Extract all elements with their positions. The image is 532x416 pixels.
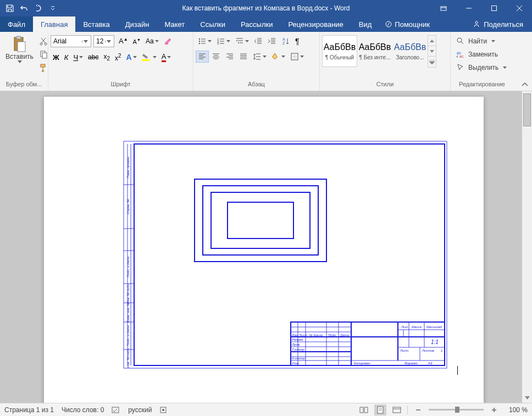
multilevel-list-button[interactable]: [233, 35, 251, 47]
subscript-button[interactable]: x2: [101, 51, 112, 63]
find-button[interactable]: Найти: [453, 35, 498, 47]
svg-rect-5: [16, 36, 21, 39]
styles-scroll-down[interactable]: [428, 46, 436, 57]
text-cursor: [457, 366, 458, 375]
justify-button[interactable]: [237, 51, 250, 63]
close-button[interactable]: [507, 0, 532, 16]
embedded-cad-object[interactable]: Перв. примен. Справ. № Подп. и дата Инв.…: [123, 141, 447, 369]
undo-button[interactable]: [18, 2, 31, 15]
proofing-icon[interactable]: [112, 406, 120, 414]
tab-insert[interactable]: Вставка: [75, 16, 117, 32]
italic-button[interactable]: К: [62, 52, 71, 63]
style-heading1[interactable]: АаБбВвЗаголово...: [392, 35, 428, 67]
superscript-button[interactable]: x2: [113, 51, 124, 64]
save-button[interactable]: [3, 2, 16, 15]
clear-formatting-button[interactable]: [162, 35, 175, 47]
styles-scroll-up[interactable]: [428, 36, 436, 46]
svg-rect-10: [42, 53, 47, 58]
scroll-thumb[interactable]: [523, 93, 531, 126]
svg-point-21: [238, 42, 239, 43]
zoom-level[interactable]: 100 %: [505, 406, 528, 414]
redo-button[interactable]: [32, 2, 45, 15]
bullets-button[interactable]: [196, 35, 214, 47]
ribbon-display-options[interactable]: [431, 0, 456, 16]
svg-rect-46: [195, 179, 326, 262]
macro-icon[interactable]: [159, 406, 167, 414]
tab-view[interactable]: Вид: [351, 16, 380, 32]
svg-text:ac: ac: [459, 54, 464, 58]
language-status[interactable]: русский: [128, 406, 152, 414]
underline-button[interactable]: Ч: [71, 52, 85, 63]
shrink-font-button[interactable]: A▼: [131, 36, 143, 47]
style-normal[interactable]: АаБбВв¶ Обычный: [322, 35, 357, 67]
tab-mailings[interactable]: Рассылки: [233, 16, 280, 32]
print-layout-button[interactable]: [374, 404, 386, 415]
qat-customize[interactable]: [46, 2, 59, 15]
text-effects-button[interactable]: A: [124, 51, 139, 63]
align-left-button[interactable]: [196, 51, 209, 63]
tab-layout[interactable]: Макет: [157, 16, 192, 32]
tab-design[interactable]: Дизайн: [118, 16, 157, 32]
tab-home[interactable]: Главная: [33, 16, 75, 32]
bold-button[interactable]: Ж: [51, 52, 62, 63]
svg-text:Взам. инв. №: Взам. инв. №: [126, 302, 130, 323]
svg-rect-94: [378, 407, 383, 413]
borders-button[interactable]: [288, 51, 306, 63]
svg-text:Листов: Листов: [422, 349, 434, 352]
highlight-button[interactable]: [140, 51, 159, 63]
tab-references[interactable]: Ссылки: [192, 16, 233, 32]
svg-text:Подп.: Подп.: [328, 334, 337, 337]
grow-font-button[interactable]: A▲: [117, 35, 130, 47]
tell-me[interactable]: Помощник: [379, 16, 435, 32]
group-styles-label: Стили: [322, 81, 448, 91]
read-mode-button[interactable]: [358, 404, 370, 415]
svg-text:Масса: Масса: [412, 325, 422, 329]
line-spacing-button[interactable]: [251, 51, 269, 63]
tab-review[interactable]: Рецензирование: [280, 16, 351, 32]
group-paragraph-label: Абзац: [196, 81, 317, 91]
svg-text:Перв. примен.: Перв. примен.: [126, 156, 130, 178]
align-center-button[interactable]: [209, 51, 223, 63]
group-clipboard-label: Буфер обм...: [2, 81, 46, 91]
numbering-button[interactable]: 123: [214, 35, 232, 47]
zoom-slider[interactable]: [429, 409, 484, 411]
svg-rect-13: [142, 59, 149, 61]
sort-button[interactable]: AZ: [279, 35, 292, 47]
change-case-button[interactable]: Aa: [143, 36, 161, 47]
style-no-spacing[interactable]: АаБбВв¶ Без инте...: [357, 35, 392, 67]
svg-text:Н.контр.: Н.контр.: [292, 357, 306, 360]
svg-text:1: 1: [441, 349, 442, 352]
svg-point-14: [199, 38, 200, 40]
font-name-combo[interactable]: Arial: [51, 35, 91, 47]
svg-point-93: [162, 409, 164, 411]
svg-rect-6: [18, 42, 25, 52]
web-layout-button[interactable]: [391, 404, 403, 415]
decrease-indent-button[interactable]: [252, 35, 265, 47]
vertical-scrollbar[interactable]: [522, 91, 532, 403]
maximize-button[interactable]: [481, 0, 507, 16]
increase-indent-button[interactable]: [265, 35, 279, 47]
shading-button[interactable]: [269, 51, 287, 63]
replace-button[interactable]: abac Заменить: [453, 48, 501, 60]
zoom-out-button[interactable]: [412, 404, 424, 415]
document-canvas[interactable]: Перв. примен. Справ. № Подп. и дата Инв.…: [0, 91, 532, 403]
font-color-button[interactable]: A: [159, 51, 174, 64]
select-button[interactable]: Выделить: [453, 62, 510, 74]
zoom-in-button[interactable]: [488, 404, 500, 415]
collapse-ribbon-button[interactable]: [521, 81, 529, 88]
word-count[interactable]: Число слов: 0: [62, 406, 104, 414]
minimize-button[interactable]: [456, 0, 481, 16]
svg-rect-95: [393, 407, 401, 413]
svg-text:Лит.: Лит.: [401, 325, 409, 329]
page-status[interactable]: Страница 1 из 1: [4, 406, 54, 414]
show-marks-button[interactable]: ¶: [293, 35, 302, 47]
align-right-button[interactable]: [223, 51, 236, 63]
share-button[interactable]: Поделиться: [464, 16, 532, 32]
paste-button[interactable]: Вставить: [2, 33, 37, 65]
tab-file[interactable]: Файл: [0, 16, 33, 32]
svg-point-20: [236, 40, 237, 41]
font-size-combo[interactable]: 12: [93, 35, 114, 47]
strikethrough-button[interactable]: abc: [86, 52, 101, 63]
scroll-down-button[interactable]: [522, 393, 532, 403]
styles-expand[interactable]: [428, 57, 436, 67]
